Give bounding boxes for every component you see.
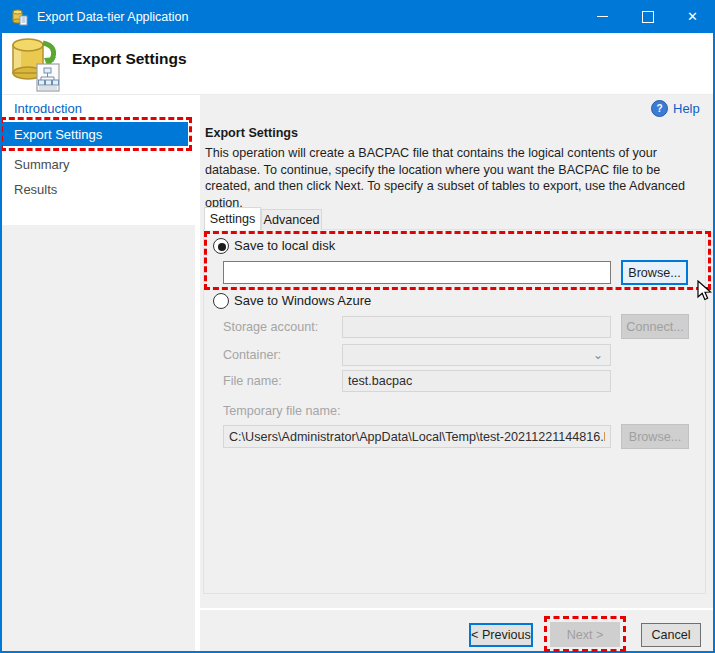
temporary-browse-button: Browse... [621, 424, 689, 449]
temporary-file-name-label: Temporary file name: [223, 404, 341, 418]
cancel-button[interactable]: Cancel [641, 623, 701, 647]
window-title: Export Data-tier Application [37, 10, 188, 24]
connect-button: Connect... [621, 314, 689, 339]
tab-advanced[interactable]: Advanced [261, 209, 322, 230]
page-title: Export Settings [72, 50, 187, 68]
window-border-left [0, 33, 2, 653]
radio-selected-dot [218, 243, 226, 251]
help-label: Help [673, 101, 700, 116]
maximize-icon [642, 11, 654, 23]
storage-account-input [342, 316, 611, 338]
section-description: This operation will create a BACPAC file… [205, 145, 709, 211]
sidebar-item-introduction[interactable]: Introduction [14, 101, 82, 116]
sidebar-item-export-settings[interactable]: Export Settings [2, 122, 188, 146]
container-label: Container: [223, 348, 281, 362]
sidebar-lower [2, 225, 195, 651]
app-database-icon [11, 8, 29, 26]
chevron-down-icon: ⌄ [593, 348, 603, 362]
help-button[interactable]: ? Help [651, 100, 700, 117]
close-icon: ✕ [687, 10, 698, 23]
footer-divider [200, 608, 713, 610]
storage-account-label: Storage account: [223, 320, 318, 334]
temporary-file-name-input [223, 425, 611, 448]
minimize-button[interactable] [580, 0, 625, 33]
save-to-local-disk-radio[interactable] [213, 238, 229, 254]
container-select: ⌄ [342, 344, 611, 366]
sidebar-item-summary[interactable]: Summary [14, 157, 70, 172]
close-button[interactable]: ✕ [670, 0, 715, 33]
tab-settings[interactable]: Settings [204, 207, 261, 230]
sidebar-item-results[interactable]: Results [14, 182, 57, 197]
minimize-icon [597, 16, 608, 17]
save-to-windows-azure-radio[interactable] [213, 293, 229, 309]
mouse-cursor-icon [694, 280, 714, 302]
file-name-label: File name: [223, 374, 282, 388]
title-bar: Export Data-tier Application ✕ [0, 0, 715, 33]
database-export-icon [10, 37, 62, 93]
browse-button[interactable]: Browse... [621, 260, 688, 285]
file-name-input [342, 370, 611, 392]
sidebar-item-label: Export Settings [14, 127, 102, 142]
save-to-local-disk-label[interactable]: Save to local disk [234, 238, 335, 253]
save-to-windows-azure-label[interactable]: Save to Windows Azure [234, 293, 371, 308]
help-icon: ? [651, 100, 668, 117]
maximize-button[interactable] [625, 0, 670, 33]
export-data-tier-application-window: Export Data-tier Application ✕ Export Se… [0, 0, 715, 653]
previous-button[interactable]: < Previous [469, 623, 533, 647]
section-title: Export Settings [205, 126, 298, 140]
next-button: Next > [550, 622, 620, 647]
local-disk-path-input[interactable] [223, 261, 611, 284]
